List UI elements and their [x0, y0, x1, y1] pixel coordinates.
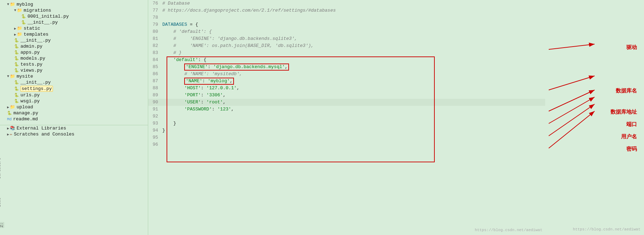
line-number: 90 [148, 99, 162, 106]
tree-label: manage.py [13, 110, 38, 116]
tree-item-templates[interactable]: ▶ 📁 templates [0, 31, 148, 37]
tree-item-init-migrations[interactable]: 🐍 __init__.py [0, 19, 148, 25]
tree-item-wsgi[interactable]: 🐍 wsgi.py [0, 98, 148, 104]
line-number: 88 [148, 85, 162, 92]
code-line-84: 84 'default': { [148, 56, 545, 64]
svg-line-6 [549, 111, 595, 148]
line-content: # 'NAME': 'mysitedb', [162, 71, 545, 78]
expand-arrow: ▼ [7, 74, 9, 78]
line-content: DATABASES = { [162, 21, 545, 28]
line-content: 'NAME': 'myblog', [162, 78, 545, 85]
line-content: # 'default': { [162, 28, 545, 35]
tree-item-apps[interactable]: 🐍 apps.py [0, 49, 148, 55]
tree-label: static [24, 26, 40, 31]
tree-item-readme[interactable]: Md readme.md [0, 116, 148, 122]
tree-item-tests[interactable]: 🐍 tests.py [0, 61, 148, 67]
tree-item-init-mysite[interactable]: 🐍 __init__.py [0, 79, 148, 85]
py-file-icon: 🐍 [14, 56, 19, 61]
watermark-text: https://blog.csdn.net/aediwat [573, 227, 640, 231]
tree-label: admin.py [20, 44, 42, 49]
code-line-79: 79 DATABASES = { [148, 21, 545, 28]
code-line-88: 88 'HOST': '127.0.0.1', [148, 85, 545, 92]
tree-item-admin[interactable]: 🐍 admin.py [0, 43, 148, 49]
line-content: # 'ENGINE': 'django.db.backends.sqlite3'… [162, 35, 545, 42]
code-line-94: 94 } [148, 127, 545, 134]
line-content: 'PORT': '3306', [162, 92, 545, 99]
code-line-96: 96 [148, 141, 545, 148]
tree-label: urls.py [20, 92, 40, 98]
annotation-label-password: 密码 [626, 146, 637, 152]
tree-item-myblog[interactable]: ▼ 📁 myblog [0, 1, 148, 7]
py-file-icon: 🐍 [14, 38, 19, 43]
line-number: 91 [148, 106, 162, 113]
code-line-87: 87 'NAME': 'myblog', [148, 78, 545, 85]
tree-item-init-myblog[interactable]: 🐍 __init__.py [0, 37, 148, 43]
line-number: 84 [148, 56, 162, 64]
code-line-78: 78 [148, 14, 545, 21]
file-tree-sidebar: ▼ 📁 myblog ▼ 📁 migrations 🐍 0001_initial… [0, 0, 148, 235]
selected-file-label: settings.py [20, 86, 53, 92]
annotations-svg [545, 0, 644, 235]
tree-label: views.py [20, 68, 42, 73]
line-number: 77 [148, 7, 162, 14]
line-content: 'USER': 'root', [162, 99, 545, 106]
py-file-icon: 🐍 [21, 14, 26, 19]
tree-item-scratches[interactable]: ▶ ✏️ Scratches and Consoles [0, 131, 148, 137]
tree-item-external-libraries[interactable]: ▶ 📚 External Libraries [0, 125, 148, 131]
annotation-label-port: 端口 [626, 121, 637, 128]
expand-arrow: ▶ [7, 105, 9, 109]
svg-line-3 [549, 90, 595, 111]
code-line-92: 92 [148, 113, 545, 120]
py-file-icon: 🐍 [14, 80, 19, 85]
py-file-icon: 🐍 [7, 111, 12, 115]
line-number: 92 [148, 113, 162, 120]
svg-line-0 [549, 44, 595, 49]
tree-label: readme.md [13, 116, 38, 122]
tree-label: __init__.py [28, 20, 58, 25]
folder-icon: 📁 [10, 104, 15, 110]
tree-label: templates [24, 32, 48, 37]
line-content: } [162, 127, 545, 134]
code-line-81: 81 # 'ENGINE': 'django.db.backends.sqlit… [148, 35, 545, 42]
tree-item-models[interactable]: 🐍 models.py [0, 55, 148, 61]
tree-label: mysite [17, 74, 33, 79]
vertical-tab-z: Z: [0, 222, 4, 228]
svg-line-4 [549, 97, 595, 123]
line-number: 82 [148, 42, 162, 49]
code-line-85: 85 'ENGINE': 'django.db.backends.mysql', [148, 64, 545, 71]
line-content: 'default': { [162, 56, 545, 64]
line-number: 76 [148, 0, 162, 7]
tree-item-migrations[interactable]: ▼ 📁 migrations [0, 7, 148, 13]
folder-icon: 📁 [17, 32, 22, 37]
folder-icon: 📁 [10, 2, 15, 7]
code-line-86: 86 # 'NAME': 'mysitedb', [148, 71, 545, 78]
line-content: # https://docs.djangoproject.com/en/2.1/… [162, 7, 545, 14]
code-line-90: 90 'USER': 'root', [148, 99, 545, 106]
tree-label: migrations [24, 8, 51, 13]
tree-item-0001-initial[interactable]: 🐍 0001_initial.py [0, 13, 148, 19]
line-number: 95 [148, 134, 162, 141]
py-file-icon: 🐍 [14, 50, 19, 55]
tree-label: __init__.py [20, 80, 51, 85]
expand-arrow: ▶ [14, 26, 16, 31]
tree-item-urls[interactable]: 🐍 urls.py [0, 92, 148, 98]
tree-item-manage[interactable]: 🐍 manage.py [0, 110, 148, 116]
code-line-83: 83 # } [148, 49, 545, 56]
tree-item-static[interactable]: ▶ 📁 static [0, 25, 148, 31]
tree-label: Scratches and Consoles [14, 132, 74, 137]
py-file-icon: 🐍 [14, 62, 19, 67]
tree-item-views[interactable]: 🐍 views.py [0, 67, 148, 73]
tree-item-settings[interactable]: 🐍 settings.py [0, 85, 148, 92]
tree-item-mysite[interactable]: ▼ 📁 mysite [0, 73, 148, 79]
tree-label: tests.py [20, 62, 42, 67]
tree-label: __init__.py [20, 38, 51, 43]
line-number: 93 [148, 120, 162, 127]
expand-arrow: ▶ [7, 126, 9, 131]
tree-label: wsgi.py [20, 98, 40, 104]
line-content: } [162, 120, 545, 127]
tree-label: models.py [20, 56, 45, 61]
py-file-icon: 🐍 [14, 44, 19, 49]
expand-arrow: ▼ [14, 8, 16, 12]
py-file-icon: 🐍 [14, 86, 19, 91]
tree-item-upload[interactable]: ▶ 📁 upload [0, 104, 148, 110]
